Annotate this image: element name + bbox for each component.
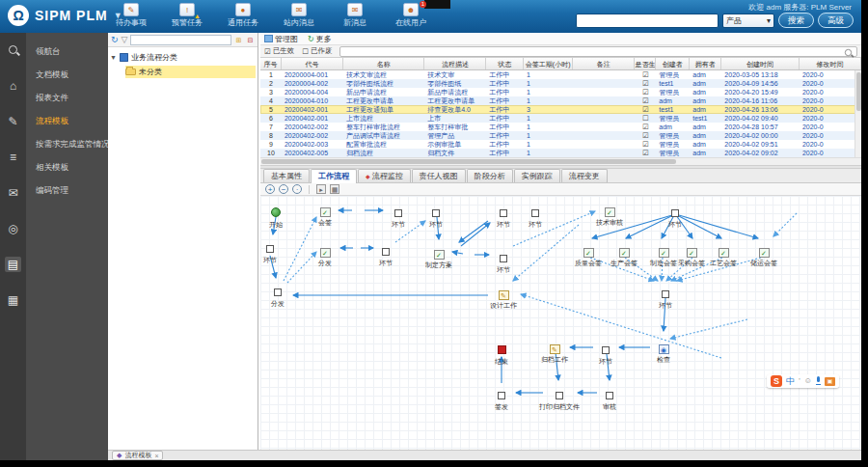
refresh-icon[interactable]: ↻ (111, 35, 119, 44)
tab-1[interactable]: 工作流程 (311, 169, 357, 183)
sidebar-item-0[interactable]: 领航台 (26, 41, 108, 64)
workflow-node-环节[interactable]: 环节 (638, 285, 692, 310)
manage-diagram-button[interactable]: 管理图 (264, 34, 298, 44)
column-header-3[interactable]: 流程描述 (424, 58, 486, 69)
sidebar-item-5[interactable]: 相关模板 (26, 156, 108, 179)
tree-collapse-icon[interactable]: ⊟ (246, 36, 255, 44)
column-header-10[interactable]: 创建时间 (721, 58, 800, 69)
tab-6[interactable]: 流程变更 (561, 169, 608, 182)
workflow-node-制定方案[interactable]: ✓制定方案 (412, 244, 466, 269)
table-row[interactable]: 120200004-001技术文审流程技术文审工作中1☑管理员adm2020-0… (260, 70, 861, 79)
titlebar-tool-0[interactable]: ✎待办事项 (110, 3, 152, 28)
table-row[interactable]: 1020200402-005归档流程归档文件工作中1☑管理员adm2020-04… (260, 149, 861, 157)
sidebar-item-6[interactable]: 编码管理 (26, 179, 108, 203)
table-row[interactable]: 620200402-001上市流程上市工作中1☐管理员test12020-04-… (260, 114, 861, 123)
workflow-node-分发[interactable]: 分发 (260, 283, 305, 308)
home-icon[interactable]: ⌂ (5, 78, 21, 94)
column-header-2[interactable]: 名称 (343, 58, 424, 69)
workflow-node-储运会签[interactable]: ✓储运会签 (737, 242, 791, 267)
settings-icon[interactable]: ◎ (5, 221, 21, 236)
table-row[interactable]: 420200004-010工程更改申请单工程更改申请单工作中1☑admadm20… (260, 96, 861, 105)
ime-emoji-icon[interactable]: ☺ (804, 375, 812, 387)
open-module-tab[interactable]: ◆ 流程模板 × (112, 451, 163, 460)
ime-punctuation-icon[interactable]: ’ (799, 375, 800, 387)
sogou-logo-icon[interactable]: S (771, 375, 782, 387)
workflow-node-环节[interactable]: 环节 (508, 204, 562, 229)
zoom-out-icon[interactable]: − (279, 184, 288, 194)
effective-checkbox[interactable]: ☑ 已生效 (264, 46, 294, 56)
sidebar-item-4[interactable]: 按需求完成监管情况 (26, 133, 108, 156)
brand[interactable]: Ω SIPM PLM ▼ (8, 5, 122, 26)
column-header-4[interactable]: 状态 (486, 58, 524, 69)
workflow-node-开始[interactable]: 开始 (260, 204, 303, 229)
pointer-tool-icon[interactable]: ▸ (316, 184, 326, 194)
workflow-node-审核[interactable]: 审核 (583, 386, 637, 411)
table-row[interactable]: 220200004-002零部件图纸流程零部件图纸工作中1☑test1adm20… (260, 79, 861, 88)
column-header-0[interactable]: 序号 (260, 58, 282, 69)
workflow-node-技术审核[interactable]: ✓技术审核 (583, 202, 637, 227)
workflow-node-设计工作[interactable]: ✎设计工作 (476, 285, 530, 310)
titlebar-tool-5[interactable]: ☻在线用户1 (390, 3, 432, 28)
sidebar-item-2[interactable]: 报表文件 (26, 87, 108, 110)
filter-icon[interactable]: ▽ (122, 35, 128, 44)
table-row[interactable]: 920200402-003配置审批流程示例审批单工作中1☑管理员adm2020-… (260, 140, 861, 149)
workflow-canvas[interactable]: 开始✓会签环节环节环节环节✓技术审核环节环节✓分发环节✓制定方案环节✓质量会签✓… (260, 196, 861, 450)
search-icon[interactable] (5, 42, 21, 58)
titlebar-tool-3[interactable]: ✉站内消息 (278, 3, 320, 28)
workflow-node-环节[interactable]: 环节 (359, 242, 413, 267)
workflow-node-会签[interactable]: ✓会签 (298, 202, 352, 227)
zoom-in-icon[interactable]: + (265, 184, 275, 194)
tree-search-input[interactable] (130, 35, 231, 45)
table-filter-input[interactable] (339, 46, 857, 57)
advanced-search-button[interactable]: 高级 (818, 13, 854, 28)
column-header-11[interactable]: 修改时间 (800, 58, 861, 69)
search-button[interactable]: 搜索 (778, 13, 814, 28)
tree-node-unclassified[interactable]: 未分类 (125, 66, 256, 78)
column-header-6[interactable]: 备注 (573, 58, 635, 69)
global-search-input[interactable] (576, 14, 719, 28)
workflow-node-归档工作[interactable]: ✎归档工作 (528, 339, 582, 364)
ime-skin-icon[interactable]: ▣ (825, 377, 835, 386)
compose-icon[interactable]: ✎ (5, 114, 21, 129)
column-header-5[interactable]: 会签工期(小时) (524, 58, 573, 69)
workflow-node-打印归档文件[interactable]: 打印归档文件 (532, 386, 586, 411)
grid-tool-icon[interactable]: ▦ (330, 184, 339, 194)
workflow-node-环节[interactable]: 环节 (260, 239, 297, 264)
table-row[interactable]: 520200402-001工程更改通知单排查更改单4.0工作中3☑test1ad… (260, 105, 861, 114)
workflow-node-环节[interactable]: 环节 (648, 204, 702, 229)
workflow-node-环节[interactable]: 环节 (476, 249, 530, 274)
vertical-scrollbar[interactable] (854, 70, 861, 157)
monitor-icon[interactable]: ▦ (5, 292, 21, 308)
tree-caret-icon[interactable]: ▼ (110, 54, 117, 61)
workflow-node-检查[interactable]: ◉检查 (637, 339, 691, 364)
column-header-1[interactable]: 代号 (282, 58, 343, 69)
tree-root-node[interactable]: ▼ 业务流程分类 (110, 51, 256, 64)
table-row[interactable]: 320200004-004新品申请流程新品申请流程工作中1☑管理员adm2020… (260, 88, 861, 96)
horizontal-scrollbar[interactable] (260, 157, 861, 165)
titlebar-tool-4[interactable]: ✉新消息 (334, 3, 376, 28)
tab-5[interactable]: 实例跟踪 (514, 169, 560, 182)
tab-2[interactable]: ◆流程监控 (358, 169, 411, 182)
sidebar-item-3[interactable]: 流程模板 (26, 110, 108, 133)
void-checkbox[interactable]: ☐ 已作废 (302, 46, 332, 56)
search-category-select[interactable]: 产品 ▾ (722, 14, 774, 28)
column-header-9[interactable]: 拥有者 (690, 58, 721, 69)
layers-icon[interactable]: ≡ (5, 150, 21, 165)
workflow-node-环节[interactable]: 环节 (409, 204, 463, 229)
book-icon[interactable]: ▤ (5, 257, 21, 272)
close-icon[interactable]: × (154, 453, 158, 459)
workflow-node-分发[interactable]: ✓分发 (298, 242, 352, 267)
tab-3[interactable]: 责任人视图 (412, 169, 466, 182)
ime-language-icon[interactable]: 中 (786, 375, 795, 387)
zoom-reset-icon[interactable]: · (292, 184, 302, 194)
workflow-node-结束[interactable]: 结束 (475, 341, 529, 366)
more-button[interactable]: ↻ 更多 (308, 34, 332, 44)
workflow-node-签发[interactable]: 签发 (475, 386, 529, 411)
message-icon[interactable]: ✉ (5, 185, 21, 201)
column-header-8[interactable]: 创建者 (656, 58, 690, 69)
titlebar-tool-1[interactable]: !预警任务▲ (166, 3, 208, 28)
titlebar-tool-2[interactable]: ●通用任务 (222, 3, 264, 28)
table-row[interactable]: 820200402-002产品调试申请流程管理产品工作中1☑管理员adm2020… (260, 131, 861, 140)
workflow-node-环节[interactable]: 环节 (579, 341, 633, 366)
table-row[interactable]: 720200402-002整车打样审批流程整车打样审批工作中1☑admadm20… (260, 123, 861, 131)
